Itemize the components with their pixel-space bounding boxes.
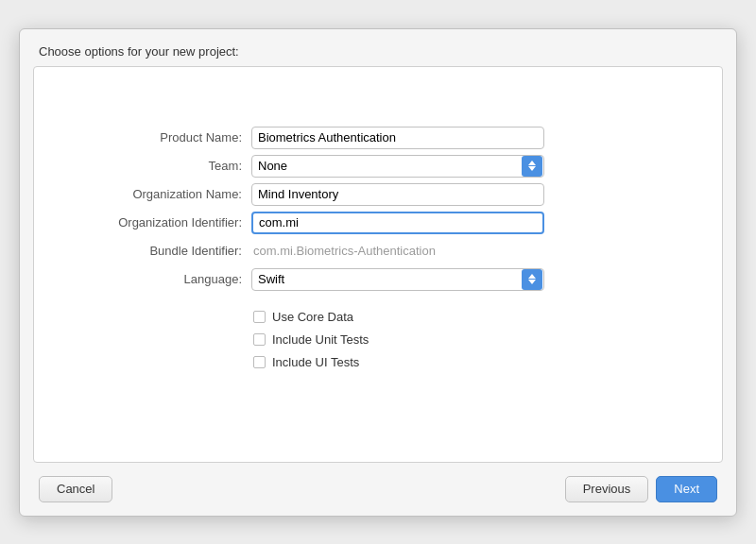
use-core-data-label: Use Core Data — [272, 310, 353, 324]
bundle-id-label: Bundle Identifier: — [62, 237, 251, 265]
org-name-row: Organization Name: — [62, 180, 694, 209]
org-id-input[interactable] — [251, 212, 544, 234]
include-ui-tests-row: Include UI Tests — [253, 352, 694, 373]
product-name-input[interactable] — [251, 127, 544, 149]
org-name-input[interactable] — [251, 183, 544, 206]
product-name-row: Product Name: — [62, 124, 694, 152]
bundle-id-field: com.mi.Biometrics-Authentication — [251, 237, 694, 265]
language-label: Language: — [62, 265, 251, 294]
include-ui-tests-checkbox[interactable] — [253, 356, 266, 368]
team-select-wrapper: None — [251, 155, 544, 178]
org-name-label: Organization Name: — [62, 180, 251, 209]
language-field: Swift Objective-C — [251, 265, 694, 294]
org-id-field — [251, 209, 694, 237]
dialog-header-text: Choose options for your new project: — [39, 44, 239, 59]
org-id-row: Organization Identifier: — [62, 209, 694, 237]
org-id-label: Organization Identifier: — [62, 209, 251, 237]
team-select[interactable]: None — [251, 155, 544, 178]
language-select[interactable]: Swift Objective-C — [251, 268, 544, 291]
bundle-id-text: com.mi.Biometrics-Authentication — [251, 244, 436, 258]
use-core-data-row: Use Core Data — [253, 307, 694, 328]
include-unit-tests-row: Include Unit Tests — [253, 330, 694, 350]
checkboxes-section: Use Core Data Include Unit Tests Include… — [62, 307, 694, 373]
dialog-footer: Cancel Previous Next — [20, 463, 736, 516]
bundle-id-row: Bundle Identifier: com.mi.Biometrics-Aut… — [62, 237, 694, 265]
dialog-body: Product Name: Team: None — [33, 66, 723, 463]
org-name-field — [251, 180, 694, 209]
dialog-header: Choose options for your new project: — [20, 29, 736, 66]
include-unit-tests-label: Include Unit Tests — [272, 332, 369, 347]
use-core-data-checkbox[interactable] — [253, 311, 266, 323]
cancel-button[interactable]: Cancel — [39, 476, 112, 502]
next-button[interactable]: Next — [656, 476, 717, 502]
team-field: None — [251, 152, 694, 180]
include-unit-tests-checkbox[interactable] — [253, 333, 266, 346]
product-name-field — [251, 124, 694, 152]
product-name-label: Product Name: — [62, 124, 251, 152]
include-ui-tests-label: Include UI Tests — [272, 355, 359, 369]
team-row: Team: None — [62, 152, 694, 180]
team-label: Team: — [62, 152, 251, 180]
language-row: Language: Swift Objective-C — [62, 265, 694, 294]
navigation-buttons: Previous Next — [565, 476, 717, 502]
new-project-dialog: Choose options for your new project: Pro… — [19, 28, 737, 517]
previous-button[interactable]: Previous — [565, 476, 649, 502]
language-select-wrapper: Swift Objective-C — [251, 268, 544, 291]
form-table: Product Name: Team: None — [62, 124, 694, 294]
